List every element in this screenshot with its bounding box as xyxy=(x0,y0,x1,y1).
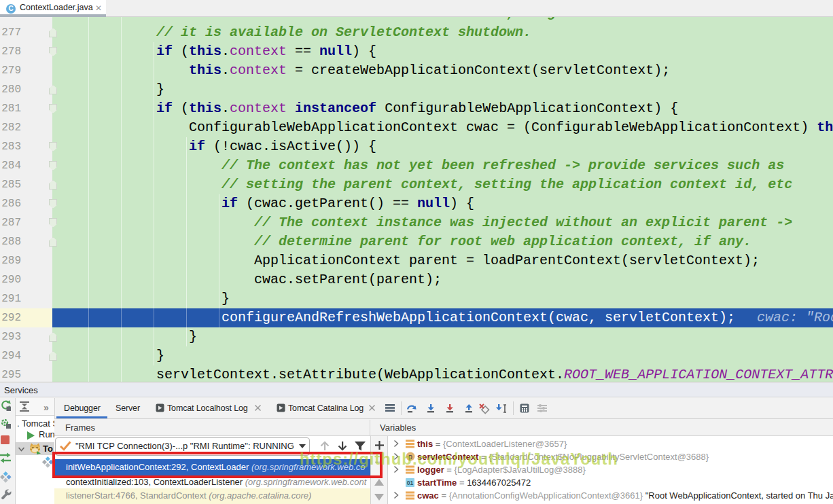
svg-text:01: 01 xyxy=(407,480,414,486)
